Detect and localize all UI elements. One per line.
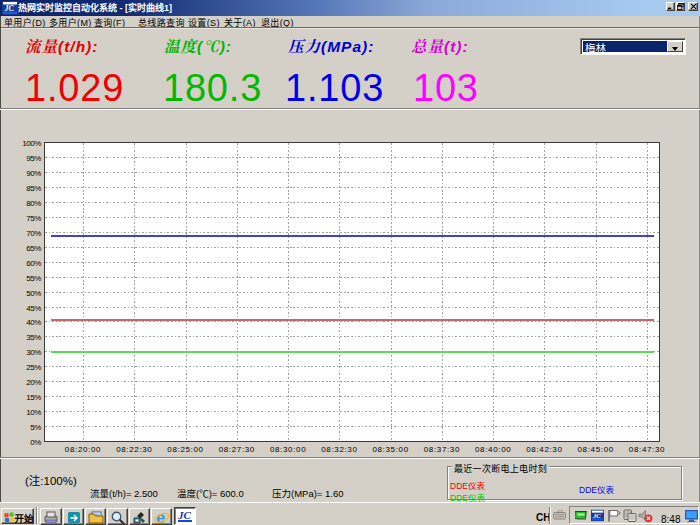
svg-text:JC: JC [592,512,601,519]
svg-text:JC: JC [4,4,15,13]
